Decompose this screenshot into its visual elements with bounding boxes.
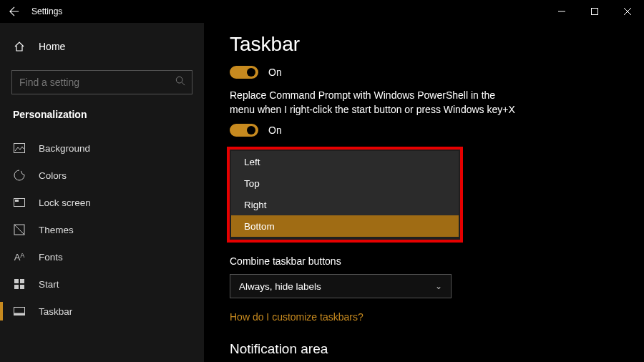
titlebar: Settings [0, 0, 644, 23]
search-wrap [11, 70, 192, 94]
sidebar-item-start[interactable]: Start [0, 270, 204, 298]
svg-rect-12 [14, 285, 19, 289]
chevron-down-icon: ⌄ [435, 281, 442, 291]
toggle-label-2: On [268, 124, 282, 136]
sidebar-item-fonts[interactable]: AA Fonts [0, 243, 204, 270]
lockscreen-icon [13, 198, 26, 207]
home-icon [13, 41, 26, 52]
combine-label: Combine taskbar buttons [230, 255, 644, 267]
palette-icon [13, 170, 26, 181]
window-controls [545, 0, 644, 23]
sidebar: Home Personalization Background Colors L… [0, 23, 204, 362]
page-title: Taskbar [230, 33, 644, 56]
back-button[interactable] [6, 3, 23, 20]
svg-rect-1 [592, 9, 598, 15]
sidebar-item-label: Colors [39, 170, 67, 181]
settings-window: Settings Home Personalization Background [0, 0, 644, 362]
body: Home Personalization Background Colors L… [0, 23, 644, 362]
sidebar-item-label: Background [39, 143, 90, 154]
svg-rect-13 [20, 285, 24, 289]
notification-area-heading: Notification area [230, 341, 644, 357]
svg-rect-10 [14, 279, 19, 283]
search-input[interactable] [11, 70, 192, 94]
replace-cmd-description: Replace Command Prompt with Windows Powe… [230, 89, 516, 117]
home-nav[interactable]: Home [0, 33, 204, 60]
window-title: Settings [31, 6, 62, 16]
location-option-top[interactable]: Top [231, 172, 459, 194]
svg-point-4 [176, 77, 182, 83]
fonts-icon: AA [13, 252, 26, 263]
sidebar-item-lockscreen[interactable]: Lock screen [0, 189, 204, 216]
sidebar-item-taskbar[interactable]: Taskbar [0, 298, 204, 325]
minimize-icon [558, 8, 565, 15]
taskbar-location-dropdown-open: Left Top Right Bottom [227, 147, 463, 243]
location-option-bottom[interactable]: Bottom [231, 215, 459, 237]
toggle-row-2: On [230, 124, 644, 137]
svg-rect-11 [20, 279, 24, 283]
help-link[interactable]: How do I customize taskbars? [230, 311, 364, 323]
sidebar-item-colors[interactable]: Colors [0, 162, 204, 189]
location-option-right[interactable]: Right [231, 194, 459, 215]
search-icon [175, 76, 185, 89]
svg-line-5 [182, 82, 185, 85]
start-icon [13, 279, 26, 289]
sidebar-item-label: Fonts [39, 252, 63, 263]
back-arrow-icon [9, 6, 19, 16]
maximize-button[interactable] [578, 0, 611, 23]
minimize-button[interactable] [545, 0, 578, 23]
sidebar-item-themes[interactable]: Themes [0, 216, 204, 243]
toggle-switch-1[interactable] [230, 66, 258, 79]
maximize-icon [591, 8, 598, 15]
toggle-label-1: On [268, 67, 282, 78]
combine-buttons-select[interactable]: Always, hide labels ⌄ [230, 274, 452, 298]
sidebar-item-label: Taskbar [39, 306, 72, 317]
svg-rect-15 [14, 313, 25, 315]
dropdown-list: Left Top Right Bottom [231, 151, 459, 237]
location-option-left[interactable]: Left [231, 151, 459, 172]
sidebar-section: Personalization [0, 107, 204, 134]
svg-rect-8 [15, 200, 19, 202]
combine-select-value: Always, hide labels [239, 281, 321, 292]
toggle-row-1: On [230, 66, 644, 79]
sidebar-item-label: Themes [39, 225, 74, 235]
close-icon [624, 8, 631, 15]
sidebar-item-background[interactable]: Background [0, 134, 204, 162]
image-icon [13, 143, 26, 153]
toggle-switch-2[interactable] [230, 124, 258, 137]
taskbar-icon [13, 307, 26, 315]
close-button[interactable] [611, 0, 644, 23]
content-area: Taskbar On Replace Command Prompt with W… [204, 23, 644, 362]
sidebar-item-label: Lock screen [39, 197, 91, 208]
themes-icon [13, 224, 26, 235]
sidebar-item-label: Start [39, 279, 59, 290]
home-label: Home [39, 41, 65, 52]
